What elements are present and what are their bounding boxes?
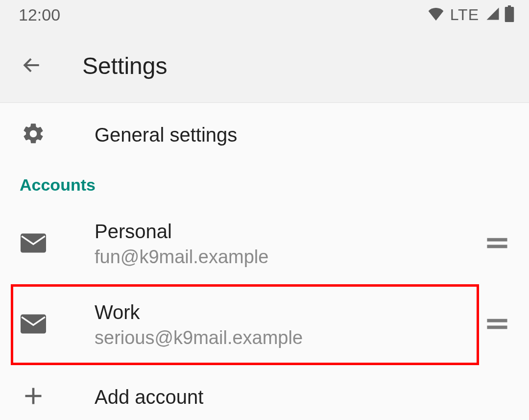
svg-rect-0 xyxy=(487,238,507,241)
general-settings-label: General settings xyxy=(95,124,509,146)
account-email: serious@k9mail.example xyxy=(95,327,475,348)
battery-icon xyxy=(505,5,514,24)
accounts-section-header: Accounts xyxy=(0,167,529,203)
mail-icon xyxy=(21,233,46,255)
account-email: fun@k9mail.example xyxy=(95,247,475,268)
drag-handle[interactable] xyxy=(485,232,509,256)
account-name: Personal xyxy=(95,221,475,243)
add-account-row[interactable]: Add account xyxy=(0,365,529,420)
general-settings-row[interactable]: General settings xyxy=(0,103,529,167)
status-bar: 12:00 LTE xyxy=(0,0,529,29)
svg-rect-3 xyxy=(487,325,507,329)
status-time: 12:00 xyxy=(19,5,60,25)
drag-icon xyxy=(486,237,508,251)
add-account-label: Add account xyxy=(95,386,509,408)
app-bar: Settings xyxy=(0,29,529,103)
cellular-icon xyxy=(485,6,501,23)
mail-icon xyxy=(21,314,46,336)
content: General settings Accounts Personal fun@k… xyxy=(0,103,529,420)
drag-icon xyxy=(486,318,508,332)
arrow-left-icon xyxy=(21,54,43,78)
drag-handle[interactable] xyxy=(485,313,509,337)
page-title: Settings xyxy=(82,52,167,79)
svg-rect-1 xyxy=(487,245,507,248)
svg-rect-2 xyxy=(487,319,507,322)
account-row[interactable]: Work serious@k9mail.example xyxy=(0,284,529,365)
back-button[interactable] xyxy=(20,54,44,78)
wifi-icon xyxy=(428,7,444,23)
network-label: LTE xyxy=(450,6,479,24)
status-icons: LTE xyxy=(428,5,514,24)
gear-icon xyxy=(21,122,46,148)
plus-icon xyxy=(23,385,44,409)
account-row[interactable]: Personal fun@k9mail.example xyxy=(0,203,529,284)
account-name: Work xyxy=(95,301,475,323)
